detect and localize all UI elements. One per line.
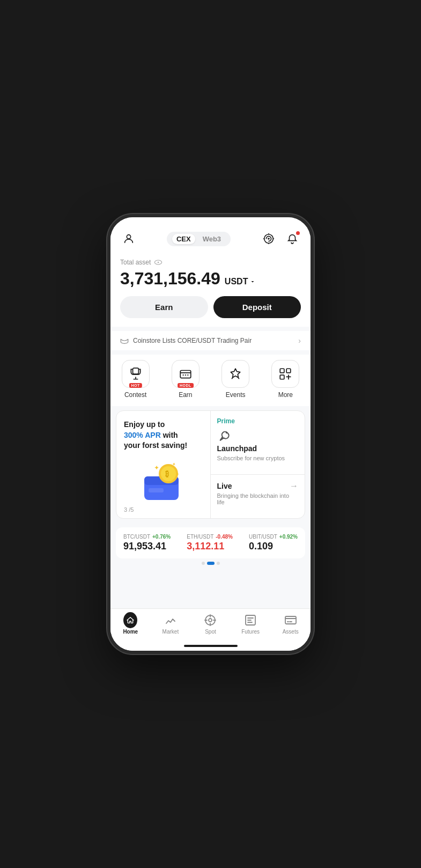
ticker-btc[interactable]: BTC/USDT +0.76% 91,953.41 <box>123 534 171 552</box>
dot-2 <box>207 562 215 565</box>
assets-icon <box>284 613 298 627</box>
svg-rect-14 <box>149 488 164 492</box>
support-icon[interactable] <box>260 230 277 247</box>
announcement-bar[interactable]: Coinstore Lists CORE/USDT Trading Pair › <box>110 331 311 350</box>
svg-point-3 <box>158 262 159 263</box>
svg-rect-5 <box>180 371 191 378</box>
wallet-illustration: ✦ ✦ ✦ ₿ <box>124 455 203 518</box>
ubit-price: 0.109 <box>249 541 298 552</box>
btc-pair: BTC/USDT <box>123 534 150 540</box>
dot-3 <box>217 562 220 565</box>
nav-spot[interactable]: Spot <box>196 613 224 635</box>
events-icon-box <box>221 360 249 388</box>
notification-icon[interactable] <box>284 230 301 247</box>
launchpad-card[interactable]: Prime Launchpad Subscribe for new crypto… <box>211 411 305 475</box>
earn-promo-text: Enjoy up to 300% APR with your forst sav… <box>124 420 203 451</box>
svg-rect-6 <box>280 369 285 373</box>
svg-rect-4 <box>132 368 138 374</box>
header-icons <box>260 230 301 247</box>
announcement-content: Coinstore Lists CORE/USDT Trading Pair <box>120 336 252 345</box>
nav-futures[interactable]: Futures <box>237 613 264 635</box>
nav-home-label: Home <box>123 629 138 635</box>
profile-icon[interactable] <box>120 230 137 247</box>
live-card[interactable]: Live → Bringing the blockchain into life <box>211 475 305 518</box>
asset-amount: 3,731,156.49 USDT <box>120 269 301 289</box>
cards-grid: Enjoy up to 300% APR with your forst sav… <box>116 410 305 519</box>
eth-price: 3,112.11 <box>187 541 233 552</box>
nav-market[interactable]: Market <box>157 613 184 635</box>
market-icon <box>164 613 178 627</box>
home-icon <box>123 613 137 627</box>
ubit-change: +0.92% <box>279 534 298 540</box>
asset-value: 3,731,156.49 <box>120 269 220 289</box>
home-indicator <box>110 641 311 651</box>
page-indicator: 3 /5 <box>124 506 134 513</box>
menu-item-more[interactable]: More <box>271 360 299 399</box>
tab-cex[interactable]: CEX <box>172 234 195 244</box>
dot-1 <box>202 562 205 565</box>
svg-point-0 <box>127 235 130 239</box>
btc-change: +0.76% <box>152 534 171 540</box>
menu-item-earn[interactable]: HODL Earn <box>172 360 200 399</box>
earn-button[interactable]: Earn <box>120 296 208 318</box>
ticker-bar: BTC/USDT +0.76% 91,953.41 ETH/USDT -0.48… <box>116 527 305 558</box>
more-icon-box <box>271 360 299 388</box>
launchpad-icon <box>217 427 232 442</box>
svg-rect-8 <box>280 375 285 379</box>
menu-label-earn: Earn <box>179 391 192 399</box>
tab-web3[interactable]: Web3 <box>198 234 225 244</box>
svg-rect-7 <box>287 369 291 373</box>
futures-icon <box>243 613 257 627</box>
earn-promo-card[interactable]: Enjoy up to 300% APR with your forst sav… <box>116 411 211 518</box>
nav-assets-label: Assets <box>283 629 299 635</box>
prime-label: Prime <box>217 417 235 425</box>
menu-item-contest[interactable]: HOT Contest <box>122 360 150 399</box>
nav-home[interactable]: Home <box>116 613 144 635</box>
spot-icon <box>203 613 217 627</box>
hot-badge: HOT <box>129 383 142 388</box>
mode-toggle[interactable]: CEX Web3 <box>167 232 231 246</box>
notification-dot <box>296 231 300 235</box>
eth-change: -0.48% <box>216 534 233 540</box>
live-header: Live → <box>217 481 299 491</box>
asset-section: Total asset 3,731,156.49 USDT Earn Depos… <box>110 252 311 327</box>
nav-market-label: Market <box>163 629 179 635</box>
btc-price: 91,953.41 <box>123 541 171 552</box>
nav-futures-label: Futures <box>241 629 260 635</box>
action-buttons: Earn Deposit <box>120 296 301 318</box>
ticker-ubit[interactable]: UBIT/USDT +0.92% 0.109 <box>249 534 298 552</box>
nav-spot-label: Spot <box>205 629 216 635</box>
menu-label-events: Events <box>226 391 246 399</box>
svg-text:✦: ✦ <box>154 464 159 472</box>
quick-menu: HOT Contest HODL Earn <box>110 355 311 406</box>
svg-point-1 <box>268 238 270 240</box>
launchpad-subtitle: Subscribe for new cryptos <box>217 455 285 461</box>
deposit-button[interactable]: Deposit <box>213 296 301 318</box>
svg-text:₿: ₿ <box>165 469 169 478</box>
menu-label-contest: Contest <box>124 391 146 399</box>
home-bar <box>184 645 238 647</box>
contest-icon-box: HOT <box>122 360 150 388</box>
nav-assets[interactable]: Assets <box>277 613 305 635</box>
ticker-eth[interactable]: ETH/USDT -0.48% 3,112.11 <box>187 534 233 552</box>
launchpad-title: Launchpad <box>217 444 257 453</box>
scroll-dots <box>110 561 311 568</box>
announcement-chevron: › <box>298 336 301 345</box>
live-title: Live <box>217 482 232 490</box>
menu-label-more: More <box>278 391 293 399</box>
svg-point-19 <box>209 619 212 622</box>
total-asset-label: Total asset <box>120 258 301 267</box>
eth-pair: ETH/USDT <box>187 534 213 540</box>
ubit-pair: UBIT/USDT <box>249 534 277 540</box>
menu-item-events[interactable]: Events <box>221 360 249 399</box>
earn-icon-box: HODL <box>172 360 200 388</box>
live-subtitle: Bringing the blockchain into life <box>217 492 299 505</box>
live-arrow: → <box>290 481 298 491</box>
svg-rect-22 <box>285 616 296 624</box>
svg-point-18 <box>225 432 227 434</box>
bottom-nav: Home Market Spot <box>110 608 311 641</box>
asset-currency: USDT <box>225 277 256 286</box>
app-header: CEX Web3 <box>110 225 311 252</box>
hodl-badge: HODL <box>178 383 194 388</box>
